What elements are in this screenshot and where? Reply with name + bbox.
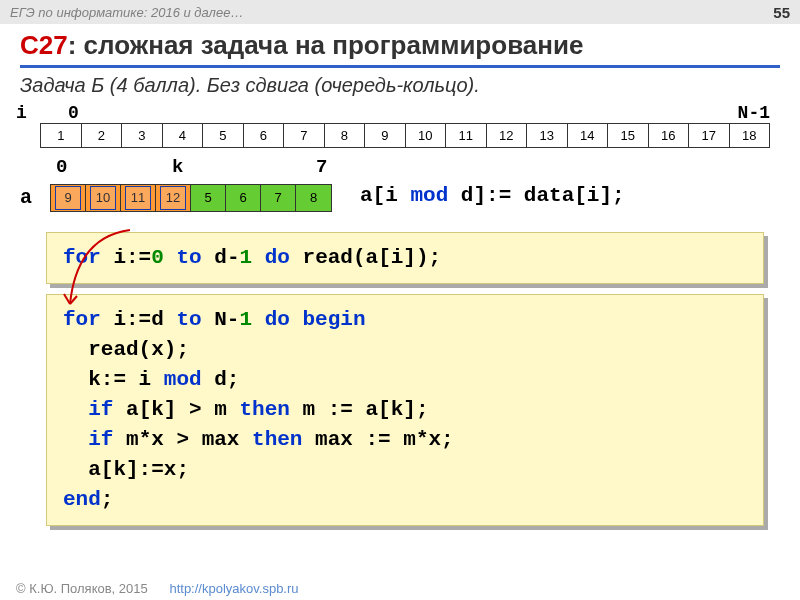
strip-cell: 2 <box>82 124 123 147</box>
subtitle: Задача Б (4 балла). Без сдвига (очередь-… <box>0 74 800 103</box>
top-bar: ЕГЭ по информатике: 2016 и далее… 55 <box>0 0 800 24</box>
a-seven: 7 <box>316 156 327 178</box>
strip-cell: 12 <box>487 124 528 147</box>
strip-cell: 14 <box>568 124 609 147</box>
strip-cell: 7 <box>284 124 325 147</box>
strip-cell: 10 <box>406 124 447 147</box>
strip-cell: 3 <box>122 124 163 147</box>
a-cell: 12 <box>156 185 191 211</box>
code-block-1: for i:=0 to d-1 do read(a[i]); <box>46 232 764 284</box>
i-strip-labels: i 0 N-1 <box>0 103 800 123</box>
data-strip: 123456789101112131415161718 <box>40 123 770 148</box>
top-left: ЕГЭ по информатике: 2016 и далее… <box>10 5 243 20</box>
copyright: © К.Ю. Поляков, 2015 <box>16 581 148 596</box>
strip-cell: 16 <box>649 124 690 147</box>
strip-cell: 18 <box>730 124 770 147</box>
strip-cell: 9 <box>365 124 406 147</box>
a-cell: 7 <box>261 185 296 211</box>
strip-cell: 17 <box>689 124 730 147</box>
page-number: 55 <box>773 4 790 21</box>
a-k: k <box>172 156 183 178</box>
a-cell: 9 <box>51 185 86 211</box>
i-label: i <box>16 103 68 123</box>
n-minus-1: N-1 <box>720 103 770 123</box>
title-prefix: C27 <box>20 30 68 60</box>
strip-cell: 11 <box>446 124 487 147</box>
strip-cell: 4 <box>163 124 204 147</box>
assignment-expr: a[i mod d]:= data[i]; <box>360 184 625 207</box>
strip-cell: 1 <box>41 124 82 147</box>
title-rest: : сложная задача на программирование <box>68 30 584 60</box>
footer-url: http://kpolyakov.spb.ru <box>169 581 298 596</box>
a-row: a 91011125678 a[i mod d]:= data[i]; <box>0 182 800 218</box>
footer: © К.Ю. Поляков, 2015 http://kpolyakov.sp… <box>16 581 299 596</box>
a-cell: 5 <box>191 185 226 211</box>
strip-cell: 5 <box>203 124 244 147</box>
a-cell: 6 <box>226 185 261 211</box>
a-zero: 0 <box>56 156 67 178</box>
strip-cell: 8 <box>325 124 366 147</box>
slide-title: C27: сложная задача на программирование <box>0 24 800 65</box>
a-strip: 91011125678 <box>50 184 332 212</box>
i-zero: 0 <box>68 103 108 123</box>
a-cell: 11 <box>121 185 156 211</box>
code-block-2: for i:=d to N-1 do begin read(x); k:= i … <box>46 294 764 526</box>
a-label: a <box>20 186 32 209</box>
title-underline <box>20 65 780 68</box>
strip-cell: 13 <box>527 124 568 147</box>
a-cell: 10 <box>86 185 121 211</box>
a-labels: 0 k 7 <box>0 156 800 182</box>
strip-cell: 6 <box>244 124 285 147</box>
a-cell: 8 <box>296 185 331 211</box>
strip-cell: 15 <box>608 124 649 147</box>
